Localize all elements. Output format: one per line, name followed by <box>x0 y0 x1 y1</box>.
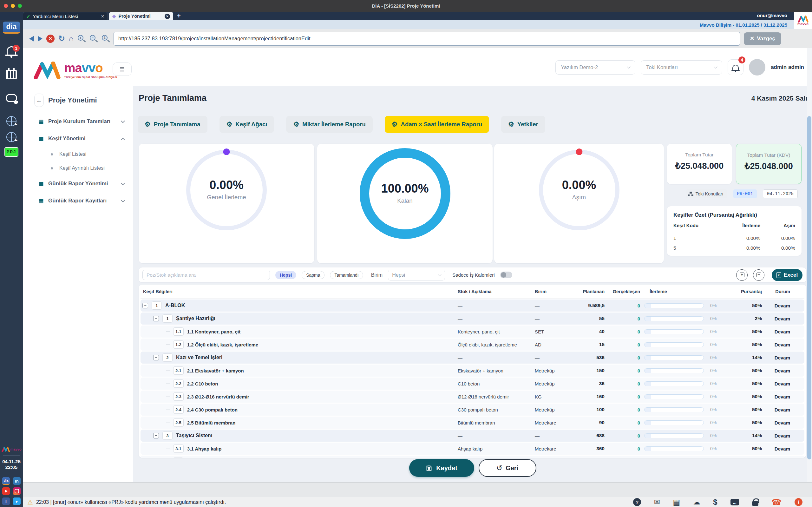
help-icon[interactable]: ? <box>633 498 641 506</box>
twitter-icon[interactable] <box>13 498 21 505</box>
tab-adam-saat-ilerleme[interactable]: ⚙Adam × Saat İlerleme Raporu <box>385 116 489 133</box>
zoom-reset-icon[interactable]: 1 <box>102 35 110 43</box>
sidebar-item-kesif-listesi[interactable]: Keşif Listesi <box>23 147 133 161</box>
prj-app-button[interactable]: PRJ <box>4 147 18 157</box>
save-button[interactable]: Kaydet <box>409 459 474 477</box>
web-app-icon[interactable]: ➤ <box>6 116 16 126</box>
instagram-icon[interactable] <box>13 487 21 495</box>
cloud-sync-icon[interactable]: ☁ <box>693 499 700 506</box>
sidebar-item-gunluk-rapor-kayitlari[interactable]: ≣ Günlük Rapor Kayıtları <box>23 192 133 209</box>
back-icon[interactable] <box>29 36 34 42</box>
mail-icon[interactable]: ✉ <box>654 499 660 506</box>
zoom-out-icon[interactable]: − <box>89 35 98 43</box>
refresh-icon[interactable]: ↻ <box>58 35 65 43</box>
table-row[interactable]: − <box>140 456 804 458</box>
table-row[interactable]: − 2.4 2.4 C30 pompalı beton C30 pompalı … <box>140 404 804 415</box>
scrollbar-thumb[interactable] <box>807 116 811 459</box>
sidebar-collapse-button[interactable]: ≣ <box>113 62 132 76</box>
minimize-window-button[interactable] <box>11 4 15 8</box>
close-tab-icon[interactable]: ✕ <box>165 14 170 19</box>
stop-icon[interactable]: ✕ <box>46 35 55 43</box>
app-sidebar: mavvo Türkiye' nin Dijital Dönüşüm Atöly… <box>23 48 133 482</box>
sidebar-item-kesif-yonetimi[interactable]: ≣ Keşif Yönetimi <box>23 130 133 147</box>
forward-icon[interactable] <box>38 36 43 42</box>
search-input[interactable] <box>142 270 270 280</box>
sidebar-item-proje-kurulum[interactable]: ≣ Proje Kurulum Tanımları <box>23 113 133 130</box>
table-row[interactable]: − 3 Taşıyıcı Sistem — — 688 0 0% 14% Dev… <box>140 430 804 442</box>
row-expander[interactable]: − <box>142 303 148 308</box>
collapse-all-button[interactable]: − <box>753 269 764 281</box>
table-row[interactable]: − 2.3 2.3 Ø12-Ø16 nervürlü demir Ø12-Ø16… <box>140 391 804 403</box>
excel-export-button[interactable]: xExcel <box>772 269 803 281</box>
filter-pill-tamamlandi[interactable]: Tamamlandı <box>330 271 363 279</box>
home-icon[interactable]: ⌂ <box>69 35 74 43</box>
tab-proje-tanimlama[interactable]: ⚙Proje Tanımlama <box>138 116 207 133</box>
project-date-badge: 04.11.2025 <box>763 189 798 198</box>
kesif-kodu: 1 <box>673 231 724 241</box>
close-tab-icon[interactable]: ✕ <box>101 14 104 19</box>
dia-tab-icon: ◈ <box>112 13 116 19</box>
close-window-button[interactable] <box>4 4 8 8</box>
chevron-down-icon <box>438 273 442 276</box>
phone-icon[interactable]: ☎ <box>771 498 782 506</box>
row-expander[interactable]: − <box>153 433 159 439</box>
birim-select[interactable]: Hepsi <box>388 270 445 280</box>
sidebar-item-kesif-ayrintili-listesi[interactable]: Keşif Ayrıntılı Listesi <box>23 161 133 175</box>
chat-icon[interactable] <box>6 94 17 102</box>
calendar-icon[interactable] <box>6 70 17 79</box>
birim-label: Birim <box>371 272 382 278</box>
table-row[interactable]: − 2.5 2.5 Bitümlü membran Bitümlü membra… <box>140 416 804 429</box>
cancel-button[interactable]: ✕ Vazgeç <box>744 33 781 45</box>
notifications-button[interactable]: 4 <box>728 59 744 75</box>
row-code-badge: 2.3 <box>173 392 184 401</box>
web-app-icon[interactable]: ➤ <box>6 132 16 142</box>
tree-dash <box>166 371 170 371</box>
filter-pill-sapma[interactable]: Sapma <box>302 271 324 279</box>
calculator-icon[interactable]: ▦ <box>673 498 680 506</box>
sadece-is-kalemleri-toggle[interactable] <box>500 272 512 278</box>
scrollbar-track[interactable] <box>807 48 812 482</box>
lock-icon[interactable] <box>752 501 758 506</box>
tab-kesif-agaci[interactable]: ⚙Keşif Ağacı <box>220 116 274 133</box>
bell-icon <box>732 65 739 70</box>
row-code-badge: 2.1 <box>173 367 184 375</box>
sidebar-back-button[interactable]: ← <box>34 94 44 107</box>
table-row[interactable]: − 1.1 1.1 Konteyner, pano, çit Konteyner… <box>140 326 804 338</box>
url-input[interactable] <box>114 32 740 46</box>
row-status: Devam <box>762 420 804 426</box>
avatar[interactable] <box>749 59 765 75</box>
row-expander[interactable]: − <box>153 355 159 360</box>
browser-tab-yardimci-menu[interactable]: ✓ Yardımcı Menü Listesi ✕ <box>23 12 108 20</box>
info-icon[interactable]: i <box>795 498 803 506</box>
browser-tab-proje-yonetimi[interactable]: ◈ Proje Yönetimi ✕ <box>109 12 173 20</box>
linkedin-icon[interactable]: in <box>13 477 21 485</box>
new-tab-button[interactable]: + <box>177 12 181 20</box>
tab-yetkiler[interactable]: ⚙Yetkiler <box>501 116 545 133</box>
expand-all-button[interactable]: + <box>736 269 748 281</box>
zoom-window-button[interactable] <box>18 4 22 8</box>
project-select[interactable]: Toki Konutları <box>641 60 722 74</box>
row-expander[interactable]: − <box>153 316 159 321</box>
tab-miktar-ilerleme[interactable]: ⚙Miktar İlerleme Raporu <box>286 116 372 133</box>
youtube-icon[interactable] <box>2 487 10 495</box>
table-row[interactable]: − 2.2 2.2 C10 beton C10 beton Metreküp 3… <box>140 378 804 390</box>
table-row[interactable]: − 1.2 1.2 Ölçü ekibi, kazık, işaretleme … <box>140 339 804 351</box>
dia-logo[interactable]: dia <box>3 21 20 34</box>
table-row[interactable]: − 2 Kazı ve Temel İşleri — — 536 0 0% 14… <box>140 351 804 363</box>
chat-icon[interactable]: ... <box>731 499 739 505</box>
zoom-in-icon[interactable]: + <box>77 35 86 43</box>
back-button[interactable]: ↺ Geri <box>479 459 537 477</box>
app-viewport: mavvo Türkiye' nin Dijital Dönüşüm Atöly… <box>23 48 812 482</box>
sidebar-item-gunluk-rapor-yonetimi[interactable]: ≣ Günlük Rapor Yönetimi <box>23 175 133 192</box>
table-row[interactable]: − 1 Şantiye Hazırlığı — — 55 0 0% 2% Dev… <box>140 313 804 325</box>
window-title: DİA - [SİS2202] Proje Yönetimi <box>372 3 440 9</box>
dia-social-icon[interactable]: dia <box>2 477 10 485</box>
table-row[interactable]: − 1 A-BLOK — — 9.589,5 0 0% 50% Devam <box>140 299 804 312</box>
table-row[interactable]: − 3.1 3.1 Ahşap kalıp Ahşap kalıp Metrek… <box>140 443 804 455</box>
facebook-icon[interactable]: f <box>2 498 10 505</box>
firm-select[interactable]: Yazılım Demo-2 <box>555 60 635 74</box>
filter-pill-hepsi[interactable]: Hepsi <box>275 271 296 279</box>
currency-icon[interactable]: $ <box>713 498 717 506</box>
row-planned: 160 <box>579 394 605 399</box>
table-row[interactable]: − 2.1 2.1 Ekskavatör + kamyon Ekskavatör… <box>140 364 804 377</box>
